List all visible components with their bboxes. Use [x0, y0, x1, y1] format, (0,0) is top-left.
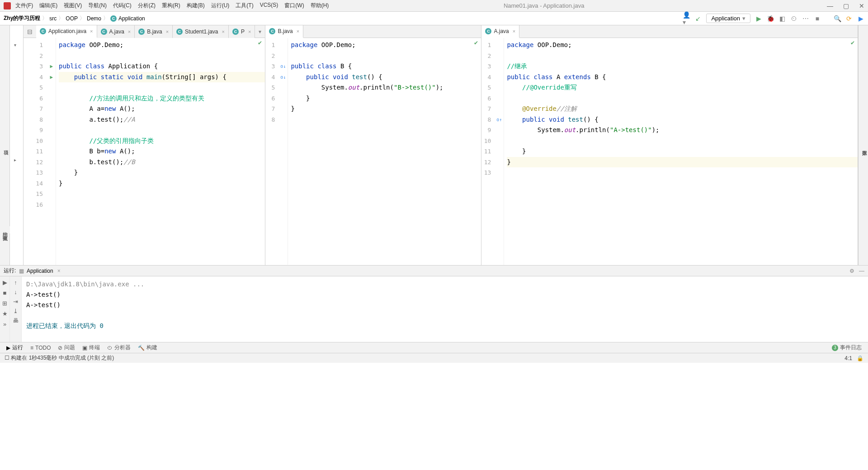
console-output[interactable]: D:\Java\jdk1.8\bin\java.exe ... A->test(… — [22, 276, 868, 342]
run-gutter-icon[interactable]: ▶ — [50, 74, 53, 80]
close-icon[interactable]: × — [297, 28, 299, 34]
expand-icon-2[interactable]: ▸ — [14, 157, 16, 162]
tab-strip-1: ⊟ CApplication.java×CA.java×CB.java×CStu… — [24, 25, 265, 38]
down-icon[interactable]: ↓ — [14, 289, 17, 295]
menu-nav[interactable]: 导航(N) — [88, 2, 107, 9]
database-tool-strip[interactable]: 数据库 — [858, 25, 868, 265]
left-vertical-tools: 结构 收藏夹 — [0, 226, 10, 233]
code-editor-2[interactable]: package OOP.Demo; public class B { publi… — [288, 38, 481, 265]
tab-list-icon[interactable]: ⊟ — [24, 28, 36, 35]
print-icon[interactable]: 🖶 — [13, 317, 19, 324]
menu-bar: 文件(F) 编辑(E) 视图(V) 导航(N) 代码(C) 分析(Z) 重构(R… — [0, 0, 868, 12]
caret-position[interactable]: 4:1 — [844, 355, 852, 361]
close-icon[interactable]: × — [128, 29, 131, 34]
override-gutter-icon[interactable]: o↓ — [280, 64, 286, 69]
file-tab[interactable]: CApplication.java× — [36, 25, 97, 38]
coverage-button[interactable]: ◧ — [778, 15, 786, 22]
attach-button[interactable]: ⋯ — [802, 15, 809, 22]
file-tab[interactable]: CStudent1.java× — [173, 25, 229, 38]
gutter-1[interactable]: 123▶4▶5678910111213141516 — [24, 38, 56, 265]
run-config-combo[interactable]: Application▾ — [706, 14, 750, 23]
code-editor-3[interactable]: package OOP.Demo; //继承 public class A ex… — [504, 38, 858, 265]
hide-icon[interactable]: — — [859, 268, 864, 274]
file-tab[interactable]: CA.java× — [481, 25, 519, 38]
maximize-button[interactable]: ▢ — [843, 2, 849, 9]
ide-update-icon[interactable]: ⟳ — [845, 15, 853, 22]
layout-icon[interactable]: ⊞ — [2, 300, 7, 307]
menu-refactor[interactable]: 重构(R) — [162, 2, 180, 9]
run-gutter-icon[interactable]: ▶ — [50, 63, 53, 69]
bottom-todo-tab[interactable]: ≡ TODO — [30, 345, 51, 351]
menu-edit[interactable]: 编辑(E) — [39, 2, 57, 9]
close-button[interactable]: ✕ — [859, 2, 864, 9]
close-icon[interactable]: × — [90, 28, 93, 34]
close-icon[interactable]: × — [166, 29, 169, 34]
class-icon: C — [101, 28, 107, 35]
bottom-profiler-tab[interactable]: ⏲ 分析器 — [107, 344, 131, 351]
app-logo-icon — [4, 2, 11, 9]
run-panel: 运行: ▦ Application × ⚙ — ▶ ■ ⊞ ★ » ↑ ↓ ⇥ … — [0, 265, 868, 342]
menu-run[interactable]: 运行(U) — [211, 2, 230, 9]
profile-button[interactable]: ⏲ — [790, 15, 797, 22]
minimize-button[interactable]: — — [827, 2, 833, 9]
breadcrumb-demo[interactable]: Demo — [87, 15, 101, 22]
menu-code[interactable]: 代码(C) — [113, 2, 132, 9]
vcs-update-icon[interactable]: ↙ — [694, 15, 702, 22]
bottom-terminal-tab[interactable]: ▣ 终端 — [82, 344, 100, 351]
workspace: 项目 ▾ ▸ ⊟ CApplication.java×CA.java×CB.ja… — [0, 25, 868, 265]
lock-icon[interactable]: 🔒 — [857, 355, 863, 361]
settings-sync-icon[interactable]: ▶ — [857, 15, 864, 22]
debug-button[interactable]: 🐞 — [767, 15, 774, 22]
more-icon[interactable]: » — [3, 321, 6, 328]
gutter-3[interactable]: 12345678o↑910111213 — [481, 38, 504, 265]
close-icon[interactable]: × — [248, 29, 251, 34]
class-icon: C — [232, 28, 239, 35]
run-button[interactable]: ▶ — [755, 15, 762, 22]
inspection-ok-icon: ✔ — [850, 40, 855, 46]
menu-build[interactable]: 构建(B) — [187, 2, 205, 9]
breadcrumb-oop[interactable]: OOP — [66, 15, 78, 22]
bottom-events-tab[interactable]: 3 事件日志 — [832, 344, 862, 351]
file-tab[interactable]: CB.java× — [265, 25, 303, 38]
close-icon[interactable]: × — [513, 28, 515, 34]
override-gutter-icon[interactable]: o↑ — [496, 117, 502, 122]
gutter-2[interactable]: 123o↓4o↓5678 — [265, 38, 288, 265]
softwrap-icon[interactable]: ⇥ — [13, 298, 18, 305]
menu-analyze[interactable]: 分析(Z) — [138, 2, 156, 9]
project-collapsed[interactable]: ▾ ▸ — [10, 25, 24, 265]
settings-icon[interactable]: ⚙ — [849, 268, 854, 274]
code-editor-1[interactable]: package OOP.Demo; public class Applicati… — [56, 38, 265, 265]
tabs-more-icon[interactable]: ▾ — [255, 28, 265, 35]
bottom-problems-tab[interactable]: ⊘ 问题 — [58, 344, 75, 351]
breadcrumb-class[interactable]: Application — [118, 15, 145, 22]
class-icon: C — [269, 28, 275, 34]
menu-view[interactable]: 视图(V) — [64, 2, 82, 9]
favorite-icon[interactable]: ★ — [2, 310, 8, 317]
stop-button[interactable]: ■ — [814, 15, 821, 22]
run-tools-left: ▶ ■ ⊞ ★ » — [0, 276, 10, 342]
expand-icon[interactable]: ▾ — [14, 43, 16, 47]
menu-tools[interactable]: 工具(T) — [236, 2, 253, 9]
up-icon[interactable]: ↑ — [14, 279, 17, 286]
user-icon[interactable]: 👤▾ — [683, 15, 690, 22]
breadcrumb[interactable]: Zhy的学习历程 〉src 〉OOP 〉Demo 〉C Application — [4, 14, 145, 22]
scroll-end-icon[interactable]: ⤓ — [13, 308, 18, 314]
rerun-button[interactable]: ▶ — [3, 279, 7, 286]
bottom-run-tab[interactable]: ▶ 运行 — [6, 344, 23, 351]
breadcrumb-project[interactable]: Zhy的学习历程 — [4, 14, 40, 22]
breadcrumb-src[interactable]: src — [49, 15, 57, 22]
file-tab[interactable]: CA.java× — [97, 25, 135, 38]
override-gutter-icon[interactable]: o↓ — [280, 75, 286, 80]
search-icon[interactable]: 🔍 — [834, 15, 841, 22]
close-icon[interactable]: × — [222, 29, 224, 34]
file-tab[interactable]: CP× — [229, 25, 255, 38]
bottom-build-tab[interactable]: 🔨 构建 — [138, 344, 157, 351]
stop-run-button[interactable]: ■ — [3, 290, 7, 296]
class-icon: C — [176, 28, 183, 35]
run-panel-label: 运行: — [4, 267, 16, 275]
close-icon[interactable]: × — [57, 268, 61, 274]
run-config-tab[interactable]: ▦ Application × — [19, 268, 61, 274]
file-tab[interactable]: CB.java× — [135, 25, 173, 38]
menu-file[interactable]: 文件(F) — [15, 2, 33, 9]
inspection-ok-icon: ✔ — [474, 40, 478, 46]
